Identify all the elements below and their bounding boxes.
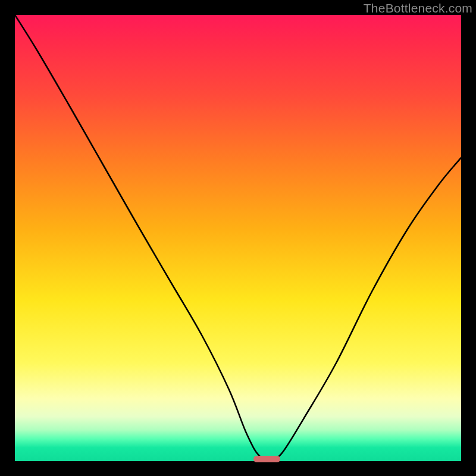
plot-area xyxy=(15,15,461,461)
watermark-text: TheBottleneck.com xyxy=(364,1,472,15)
chart-frame: TheBottleneck.com xyxy=(0,0,476,476)
optimal-marker xyxy=(253,456,280,462)
curve-path xyxy=(15,15,461,459)
bottleneck-curve xyxy=(15,15,461,461)
